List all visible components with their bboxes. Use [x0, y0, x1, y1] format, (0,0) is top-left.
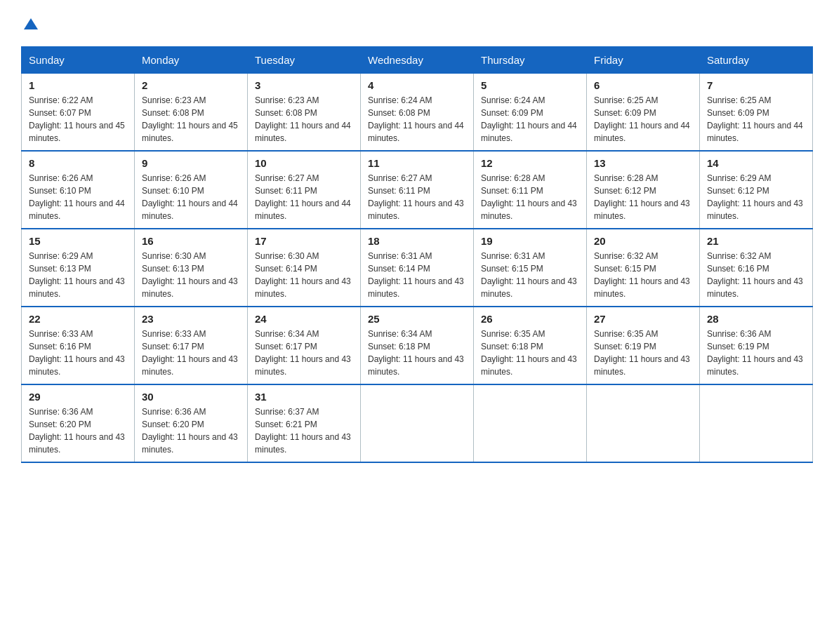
calendar-cell: 21Sunrise: 6:32 AMSunset: 6:16 PMDayligh… — [700, 229, 813, 307]
day-number: 27 — [594, 313, 692, 325]
day-info: Sunrise: 6:34 AMSunset: 6:17 PMDaylight:… — [255, 328, 353, 378]
logo — [21, 14, 39, 32]
day-number: 29 — [29, 391, 127, 403]
calendar-cell: 25Sunrise: 6:34 AMSunset: 6:18 PMDayligh… — [361, 307, 474, 384]
day-info: Sunrise: 6:27 AMSunset: 6:11 PMDaylight:… — [255, 172, 353, 222]
calendar-header-row: SundayMondayTuesdayWednesdayThursdayFrid… — [22, 47, 813, 74]
day-info: Sunrise: 6:37 AMSunset: 6:21 PMDaylight:… — [255, 405, 353, 456]
column-header-wednesday: Wednesday — [361, 47, 474, 74]
day-number: 31 — [255, 391, 353, 403]
day-number: 2 — [142, 79, 240, 91]
calendar-week-1: 1Sunrise: 6:22 AMSunset: 6:07 PMDaylight… — [22, 74, 813, 152]
svg-marker-0 — [24, 18, 38, 29]
day-number: 4 — [368, 79, 466, 91]
calendar-table: SundayMondayTuesdayWednesdayThursdayFrid… — [21, 46, 813, 463]
day-info: Sunrise: 6:36 AMSunset: 6:20 PMDaylight:… — [29, 405, 127, 456]
day-number: 22 — [29, 313, 127, 325]
column-header-monday: Monday — [135, 47, 248, 74]
calendar-cell: 1Sunrise: 6:22 AMSunset: 6:07 PMDaylight… — [22, 74, 135, 152]
calendar-cell: 5Sunrise: 6:24 AMSunset: 6:09 PMDaylight… — [474, 74, 587, 152]
calendar-cell: 15Sunrise: 6:29 AMSunset: 6:13 PMDayligh… — [22, 229, 135, 307]
day-number: 10 — [255, 157, 353, 169]
day-info: Sunrise: 6:30 AMSunset: 6:13 PMDaylight:… — [142, 250, 240, 300]
day-info: Sunrise: 6:29 AMSunset: 6:12 PMDaylight:… — [707, 172, 805, 222]
calendar-cell: 11Sunrise: 6:27 AMSunset: 6:11 PMDayligh… — [361, 151, 474, 229]
day-info: Sunrise: 6:28 AMSunset: 6:11 PMDaylight:… — [481, 172, 579, 222]
day-number: 12 — [481, 157, 579, 169]
day-number: 3 — [255, 79, 353, 91]
day-number: 25 — [368, 313, 466, 325]
day-info: Sunrise: 6:24 AMSunset: 6:09 PMDaylight:… — [481, 94, 579, 145]
calendar-cell: 29Sunrise: 6:36 AMSunset: 6:20 PMDayligh… — [22, 384, 135, 462]
calendar-cell: 6Sunrise: 6:25 AMSunset: 6:09 PMDaylight… — [587, 74, 700, 152]
day-number: 15 — [29, 235, 127, 247]
day-number: 28 — [707, 313, 805, 325]
day-number: 5 — [481, 79, 579, 91]
calendar-cell: 28Sunrise: 6:36 AMSunset: 6:19 PMDayligh… — [700, 307, 813, 384]
day-number: 13 — [594, 157, 692, 169]
calendar-cell — [474, 384, 587, 462]
calendar-cell: 12Sunrise: 6:28 AMSunset: 6:11 PMDayligh… — [474, 151, 587, 229]
day-info: Sunrise: 6:23 AMSunset: 6:08 PMDaylight:… — [255, 94, 353, 145]
day-number: 24 — [255, 313, 353, 325]
day-info: Sunrise: 6:36 AMSunset: 6:19 PMDaylight:… — [707, 328, 805, 378]
day-info: Sunrise: 6:23 AMSunset: 6:08 PMDaylight:… — [142, 94, 240, 145]
page-header — [21, 14, 813, 32]
calendar-cell — [587, 384, 700, 462]
calendar-cell: 27Sunrise: 6:35 AMSunset: 6:19 PMDayligh… — [587, 307, 700, 384]
logo-triangle-icon — [22, 15, 39, 32]
day-info: Sunrise: 6:28 AMSunset: 6:12 PMDaylight:… — [594, 172, 692, 222]
calendar-cell: 4Sunrise: 6:24 AMSunset: 6:08 PMDaylight… — [361, 74, 474, 152]
day-info: Sunrise: 6:25 AMSunset: 6:09 PMDaylight:… — [707, 94, 805, 145]
day-info: Sunrise: 6:32 AMSunset: 6:15 PMDaylight:… — [594, 250, 692, 300]
day-number: 8 — [29, 157, 127, 169]
day-number: 30 — [142, 391, 240, 403]
calendar-cell: 7Sunrise: 6:25 AMSunset: 6:09 PMDaylight… — [700, 74, 813, 152]
day-number: 18 — [368, 235, 466, 247]
day-number: 20 — [594, 235, 692, 247]
day-number: 9 — [142, 157, 240, 169]
day-number: 23 — [142, 313, 240, 325]
day-info: Sunrise: 6:34 AMSunset: 6:18 PMDaylight:… — [368, 328, 466, 378]
day-info: Sunrise: 6:33 AMSunset: 6:16 PMDaylight:… — [29, 328, 127, 378]
day-number: 11 — [368, 157, 466, 169]
calendar-cell: 31Sunrise: 6:37 AMSunset: 6:21 PMDayligh… — [248, 384, 361, 462]
calendar-cell: 8Sunrise: 6:26 AMSunset: 6:10 PMDaylight… — [22, 151, 135, 229]
calendar-cell: 14Sunrise: 6:29 AMSunset: 6:12 PMDayligh… — [700, 151, 813, 229]
column-header-sunday: Sunday — [22, 47, 135, 74]
calendar-cell: 13Sunrise: 6:28 AMSunset: 6:12 PMDayligh… — [587, 151, 700, 229]
calendar-cell: 22Sunrise: 6:33 AMSunset: 6:16 PMDayligh… — [22, 307, 135, 384]
calendar-cell: 19Sunrise: 6:31 AMSunset: 6:15 PMDayligh… — [474, 229, 587, 307]
day-number: 17 — [255, 235, 353, 247]
calendar-cell: 30Sunrise: 6:36 AMSunset: 6:20 PMDayligh… — [135, 384, 248, 462]
column-header-tuesday: Tuesday — [248, 47, 361, 74]
day-info: Sunrise: 6:30 AMSunset: 6:14 PMDaylight:… — [255, 250, 353, 300]
day-info: Sunrise: 6:36 AMSunset: 6:20 PMDaylight:… — [142, 405, 240, 456]
calendar-cell: 20Sunrise: 6:32 AMSunset: 6:15 PMDayligh… — [587, 229, 700, 307]
column-header-saturday: Saturday — [700, 47, 813, 74]
day-number: 26 — [481, 313, 579, 325]
calendar-cell: 16Sunrise: 6:30 AMSunset: 6:13 PMDayligh… — [135, 229, 248, 307]
day-info: Sunrise: 6:22 AMSunset: 6:07 PMDaylight:… — [29, 94, 127, 145]
day-number: 7 — [707, 79, 805, 91]
calendar-week-3: 15Sunrise: 6:29 AMSunset: 6:13 PMDayligh… — [22, 229, 813, 307]
day-number: 21 — [707, 235, 805, 247]
calendar-week-5: 29Sunrise: 6:36 AMSunset: 6:20 PMDayligh… — [22, 384, 813, 462]
calendar-cell: 9Sunrise: 6:26 AMSunset: 6:10 PMDaylight… — [135, 151, 248, 229]
day-info: Sunrise: 6:24 AMSunset: 6:08 PMDaylight:… — [368, 94, 466, 145]
day-number: 6 — [594, 79, 692, 91]
calendar-cell — [700, 384, 813, 462]
day-info: Sunrise: 6:35 AMSunset: 6:18 PMDaylight:… — [481, 328, 579, 378]
day-info: Sunrise: 6:32 AMSunset: 6:16 PMDaylight:… — [707, 250, 805, 300]
calendar-cell — [361, 384, 474, 462]
column-header-friday: Friday — [587, 47, 700, 74]
day-info: Sunrise: 6:27 AMSunset: 6:11 PMDaylight:… — [368, 172, 466, 222]
column-header-thursday: Thursday — [474, 47, 587, 74]
calendar-cell: 17Sunrise: 6:30 AMSunset: 6:14 PMDayligh… — [248, 229, 361, 307]
calendar-week-2: 8Sunrise: 6:26 AMSunset: 6:10 PMDaylight… — [22, 151, 813, 229]
calendar-cell: 18Sunrise: 6:31 AMSunset: 6:14 PMDayligh… — [361, 229, 474, 307]
calendar-cell: 10Sunrise: 6:27 AMSunset: 6:11 PMDayligh… — [248, 151, 361, 229]
day-info: Sunrise: 6:26 AMSunset: 6:10 PMDaylight:… — [29, 172, 127, 222]
calendar-cell: 23Sunrise: 6:33 AMSunset: 6:17 PMDayligh… — [135, 307, 248, 384]
day-info: Sunrise: 6:31 AMSunset: 6:14 PMDaylight:… — [368, 250, 466, 300]
